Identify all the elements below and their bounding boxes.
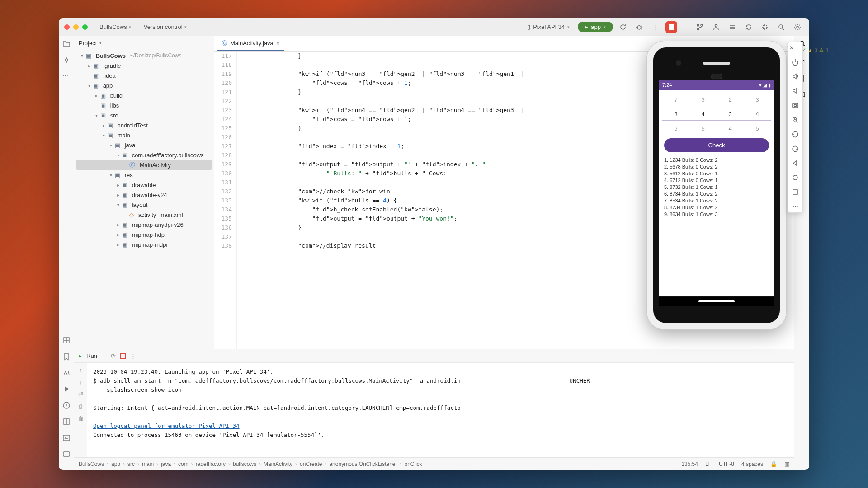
tree-node[interactable]: ▣ .idea [76,70,212,80]
build-tool-icon[interactable] [62,369,71,377]
breadcrumb-item[interactable]: onCreate [300,461,322,467]
git-icon-button[interactable] [693,21,706,33]
breadcrumb-item[interactable]: main [142,461,154,467]
project-selector[interactable]: BullsCows ▾ [96,22,135,32]
rotate-right-icon[interactable] [792,145,799,152]
bookmarks-tool-icon[interactable] [62,352,71,361]
menu-icon[interactable]: ⋯ [62,72,71,80]
tree-root[interactable]: ▾▣ BullsCows ~/Desktop/BullsCows [76,51,212,61]
tree-node[interactable]: ▾▣ res [76,170,212,180]
android-nav-bar[interactable] [659,297,774,306]
trash-icon[interactable]: 🗑 [78,415,84,422]
tree-node[interactable]: ▸▣ mipmap-anydpi-v26 [76,220,212,230]
line-separator[interactable]: LF [705,461,712,467]
project-panel-header[interactable]: Project ▾ [74,36,214,50]
zoom-icon[interactable] [82,24,88,30]
project-tree[interactable]: ▾▣ BullsCows ~/Desktop/BullsCows ▸▣ .gra… [74,50,214,349]
close-emulator-icon[interactable]: ✕ — [789,45,801,51]
vcs-tool-icon[interactable] [62,450,71,458]
breadcrumb-item[interactable]: bullscows [233,461,256,467]
tree-node[interactable]: ▸▣ drawable [76,180,212,190]
updates-icon[interactable] [726,21,739,33]
tree-node[interactable]: ▾▣ java [76,140,212,150]
breadcrumb-item[interactable]: java [161,461,171,467]
tree-node[interactable]: ◇ activity_main.xml [76,210,212,220]
structure-tool-icon[interactable] [62,336,71,344]
breadcrumb-item[interactable]: MainActivity [264,461,292,467]
code-with-me-icon[interactable] [710,21,722,33]
file-encoding[interactable]: UTF-8 [719,461,734,467]
breadcrumb-item[interactable]: src [127,461,135,467]
tree-node[interactable]: ▾▣ main [76,130,212,140]
volume-down-icon[interactable] [792,87,799,94]
breadcrumb-item[interactable]: onClick [405,461,422,467]
back-icon[interactable] [792,160,799,167]
picker-digit[interactable]: 4 [701,111,704,117]
tree-node[interactable]: ▸▣ .gradle [76,61,212,70]
emulator-screen[interactable]: 7:24 ▾ ◢ ▮ 7323 8434 9545 Check 1. 1234 … [659,80,774,296]
stop-run-icon[interactable] [120,353,126,359]
overview-icon[interactable] [792,188,799,196]
logcat-link[interactable]: Open logcat panel for emulator Pixel API… [93,422,240,429]
readonly-lock-icon[interactable]: 🔒 [770,461,777,467]
picker-digit[interactable]: 4 [755,111,759,117]
indent-info[interactable]: 4 spaces [741,461,763,467]
check-button[interactable]: Check [664,138,769,152]
memory-indicator-icon[interactable]: ▥ [784,461,789,467]
breadcrumb[interactable]: BullsCows›app›src›main›java›com›radefffa… [79,461,422,467]
tree-node[interactable]: ▾▣ src [76,110,212,120]
tree-node[interactable]: ▸▣ drawable-v24 [76,190,212,200]
commit-tool-icon[interactable] [62,56,71,64]
breadcrumb-item[interactable]: anonymous OnClickListener [329,461,397,467]
editor-tab[interactable]: Ⓒ MainActivity.java × [217,37,284,51]
tree-node[interactable]: ▾▣ layout [76,200,212,210]
problems-tool-icon[interactable] [62,401,71,409]
version-control-selector[interactable]: Version control ▾ [140,22,190,32]
more-run-icon[interactable]: ⋮ [130,352,136,359]
picker-digit[interactable]: 3 [728,111,731,117]
project-tool-icon[interactable] [62,40,71,48]
volume-up-icon[interactable] [792,73,799,80]
tree-node[interactable]: ▸▣ androidTest [76,120,212,130]
tree-node[interactable]: ▾▣ app [76,80,212,90]
stop-button[interactable] [665,21,677,33]
zoom-icon[interactable] [792,116,799,123]
power-icon[interactable] [792,58,799,66]
inspection-badges[interactable]: ✓ ▲3 ⚠3 [802,47,828,53]
minimize-icon[interactable] [73,24,79,30]
run-button[interactable]: ▸ app ▾ [578,22,613,32]
tree-node[interactable]: ▸▣ mipmap-mdpi [76,239,212,249]
tree-node[interactable]: ▣ libs [76,100,212,110]
breadcrumb-item[interactable]: BullsCows [79,461,104,467]
debug-button[interactable] [633,21,646,33]
run-tool-icon[interactable] [62,385,71,393]
rotate-left-icon[interactable] [792,131,799,138]
tree-node[interactable]: ▸▣ mipmap-hdpi [76,230,212,239]
picker-row-current[interactable]: 8434 [662,108,771,121]
sync-icon[interactable] [742,21,755,33]
breadcrumb-item[interactable]: radefffactory [196,461,226,467]
console-output[interactable]: 2023-10-04 19:23:40: Launching app on 'P… [87,363,794,457]
home-icon[interactable] [792,174,799,181]
restart-button[interactable] [617,21,629,33]
breadcrumb-item[interactable]: app [111,461,120,467]
tree-node[interactable]: ▾▣ com.radefffactory.bullscows [76,150,212,160]
search-everywhere-button[interactable] [775,21,788,33]
close-tab-icon[interactable]: × [276,40,280,47]
screenshot-icon[interactable] [792,102,799,109]
up-icon[interactable]: ↑ [79,366,82,373]
print-icon[interactable]: ⎙ [79,403,82,410]
device-selector[interactable]: ▯ Pixel API 34 ▾ [523,22,574,32]
more-run-button[interactable]: ⋮ [649,21,662,33]
rerun-icon[interactable]: ⟳ [111,352,116,359]
down-icon[interactable]: ↓ [79,379,82,385]
wrap-icon[interactable]: ⏎ [78,391,83,398]
terminal-tool-icon[interactable] [62,434,71,442]
tree-node[interactable]: ▸▣ build [76,90,212,100]
logcat-tool-icon[interactable] [62,418,71,426]
more-icon[interactable]: ⋯ [793,203,798,210]
assistant-icon[interactable] [759,21,771,33]
tree-node-selected[interactable]: Ⓒ MainActivity [76,160,212,170]
picker-digit[interactable]: 8 [674,111,677,117]
close-icon[interactable] [64,24,70,30]
